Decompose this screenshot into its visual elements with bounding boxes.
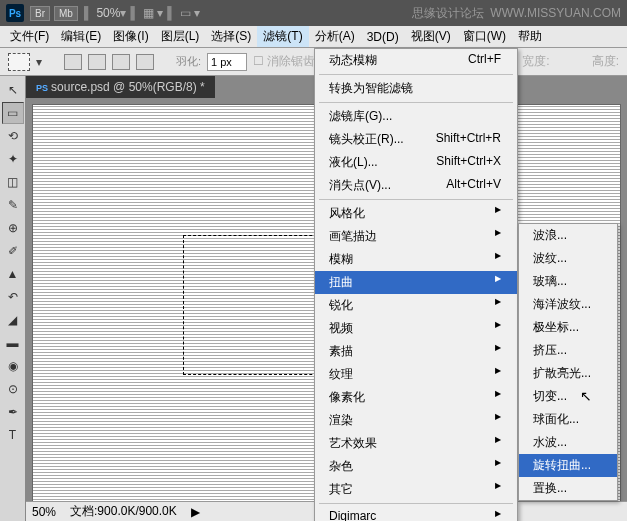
titlebar: Ps Br Mb ▌ 50% ▾ ▌ ▦ ▾ ▌ ▭ ▾ 思缘设计论坛 WWW.… bbox=[0, 0, 627, 26]
submenu-item[interactable]: 切变... bbox=[519, 385, 617, 408]
type-tool-icon[interactable]: T bbox=[2, 424, 24, 446]
filter-menu-dropdown: 动态模糊Ctrl+F转换为智能滤镜滤镜库(G)...镜头校正(R)...Shif… bbox=[314, 48, 518, 521]
menu-separator bbox=[319, 74, 513, 75]
menu-filter[interactable]: 滤镜(T) bbox=[257, 26, 308, 47]
distort-submenu: 波浪...波纹...玻璃...海洋波纹...极坐标...挤压...扩散亮光...… bbox=[518, 223, 618, 501]
height-label: 高度: bbox=[592, 53, 619, 70]
menu-image[interactable]: 图像(I) bbox=[107, 26, 154, 47]
eraser-tool-icon[interactable]: ◢ bbox=[2, 309, 24, 331]
submenu-item[interactable]: 挤压... bbox=[519, 339, 617, 362]
menu-file[interactable]: 文件(F) bbox=[4, 26, 55, 47]
menu-select[interactable]: 选择(S) bbox=[205, 26, 257, 47]
submenu-item[interactable]: 玻璃... bbox=[519, 270, 617, 293]
menu-item[interactable]: 画笔描边 bbox=[315, 225, 517, 248]
menu-item[interactable]: 扭曲 bbox=[315, 271, 517, 294]
history-brush-icon[interactable]: ↶ bbox=[2, 286, 24, 308]
menu-item[interactable]: 锐化 bbox=[315, 294, 517, 317]
menu-view[interactable]: 视图(V) bbox=[405, 26, 457, 47]
healing-tool-icon[interactable]: ⊕ bbox=[2, 217, 24, 239]
brush-tool-icon[interactable]: ✐ bbox=[2, 240, 24, 262]
menu-layer[interactable]: 图层(L) bbox=[155, 26, 206, 47]
feather-label: 羽化: bbox=[176, 54, 201, 69]
width-label: 宽度: bbox=[522, 53, 549, 70]
menu-separator bbox=[319, 102, 513, 103]
forum-name: 思缘设计论坛 bbox=[412, 6, 484, 20]
submenu-item[interactable]: 极坐标... bbox=[519, 316, 617, 339]
wand-tool-icon[interactable]: ✦ bbox=[2, 148, 24, 170]
menu-3d[interactable]: 3D(D) bbox=[361, 28, 405, 46]
menu-separator bbox=[319, 503, 513, 504]
marquee-tool-icon[interactable] bbox=[8, 53, 30, 71]
crop-tool-icon[interactable]: ◫ bbox=[2, 171, 24, 193]
dodge-tool-icon[interactable]: ⊙ bbox=[2, 378, 24, 400]
menu-item[interactable]: 液化(L)...Shift+Ctrl+X bbox=[315, 151, 517, 174]
menu-item[interactable]: 其它 bbox=[315, 478, 517, 501]
forum-url: WWW.MISSYUAN.COM bbox=[490, 6, 621, 20]
menu-help[interactable]: 帮助 bbox=[512, 26, 548, 47]
document-tab[interactable]: PS source.psd @ 50%(RGB/8) * bbox=[26, 76, 215, 98]
menu-item[interactable]: 模糊 bbox=[315, 248, 517, 271]
menu-separator bbox=[319, 199, 513, 200]
menubar: 文件(F) 编辑(E) 图像(I) 图层(L) 选择(S) 滤镜(T) 分析(A… bbox=[0, 26, 627, 48]
status-docinfo: 文档:900.0K/900.0K bbox=[70, 503, 177, 520]
minibridge-button[interactable]: Mb bbox=[54, 6, 78, 21]
menu-item[interactable]: 转换为智能滤镜 bbox=[315, 77, 517, 100]
submenu-item[interactable]: 海洋波纹... bbox=[519, 293, 617, 316]
selection-mode-subtract[interactable] bbox=[112, 54, 130, 70]
menu-item[interactable]: 消失点(V)...Alt+Ctrl+V bbox=[315, 174, 517, 197]
menu-item[interactable]: 滤镜库(G)... bbox=[315, 105, 517, 128]
menu-analysis[interactable]: 分析(A) bbox=[309, 26, 361, 47]
menu-item[interactable]: 纹理 bbox=[315, 363, 517, 386]
menu-item[interactable]: 素描 bbox=[315, 340, 517, 363]
menu-item[interactable]: 动态模糊Ctrl+F bbox=[315, 49, 517, 72]
submenu-item[interactable]: 波纹... bbox=[519, 247, 617, 270]
feather-input[interactable] bbox=[207, 53, 247, 71]
menu-item[interactable]: 视频 bbox=[315, 317, 517, 340]
selection-mode-new[interactable] bbox=[64, 54, 82, 70]
menu-item[interactable]: 渲染 bbox=[315, 409, 517, 432]
menu-item[interactable]: 艺术效果 bbox=[315, 432, 517, 455]
bridge-button[interactable]: Br bbox=[30, 6, 50, 21]
lasso-tool-icon[interactable]: ⟲ bbox=[2, 125, 24, 147]
gradient-tool-icon[interactable]: ▬ bbox=[2, 332, 24, 354]
status-zoom[interactable]: 50% bbox=[32, 505, 56, 519]
toolbox: ↖ ▭ ⟲ ✦ ◫ ✎ ⊕ ✐ ▲ ↶ ◢ ▬ ◉ ⊙ ✒ T bbox=[0, 76, 26, 521]
submenu-item[interactable]: 水波... bbox=[519, 431, 617, 454]
submenu-item[interactable]: 扩散亮光... bbox=[519, 362, 617, 385]
menu-item[interactable]: 杂色 bbox=[315, 455, 517, 478]
submenu-item[interactable]: 置换... bbox=[519, 477, 617, 500]
menu-item[interactable]: Digimarc bbox=[315, 506, 517, 521]
antialias-checkbox: ☐ 消除锯齿 bbox=[253, 53, 315, 70]
blur-tool-icon[interactable]: ◉ bbox=[2, 355, 24, 377]
eyedropper-tool-icon[interactable]: ✎ bbox=[2, 194, 24, 216]
ps-logo-icon: Ps bbox=[6, 4, 24, 22]
menu-window[interactable]: 窗口(W) bbox=[457, 26, 512, 47]
submenu-item[interactable]: 球面化... bbox=[519, 408, 617, 431]
selection-mode-intersect[interactable] bbox=[136, 54, 154, 70]
menu-item[interactable]: 风格化 bbox=[315, 202, 517, 225]
menu-item[interactable]: 像素化 bbox=[315, 386, 517, 409]
stamp-tool-icon[interactable]: ▲ bbox=[2, 263, 24, 285]
selection-mode-add[interactable] bbox=[88, 54, 106, 70]
zoom-level[interactable]: 50% bbox=[96, 6, 120, 20]
pen-tool-icon[interactable]: ✒ bbox=[2, 401, 24, 423]
marquee-tool-icon[interactable]: ▭ bbox=[2, 102, 24, 124]
screen-mode-icon[interactable]: ▭ ▾ bbox=[180, 6, 200, 20]
submenu-item[interactable]: 波浪... bbox=[519, 224, 617, 247]
submenu-item[interactable]: 旋转扭曲... bbox=[519, 454, 617, 477]
menu-item[interactable]: 镜头校正(R)...Shift+Ctrl+R bbox=[315, 128, 517, 151]
menu-edit[interactable]: 编辑(E) bbox=[55, 26, 107, 47]
view-icon[interactable]: ▦ ▾ bbox=[143, 6, 163, 20]
move-tool-icon[interactable]: ↖ bbox=[2, 79, 24, 101]
